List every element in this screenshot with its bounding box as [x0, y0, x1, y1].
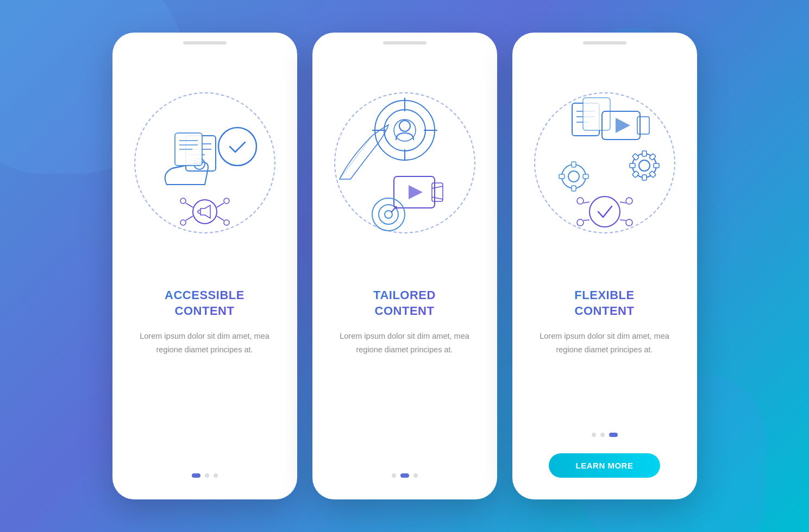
svg-point-63	[589, 197, 620, 227]
phone-notch-3	[583, 41, 626, 45]
svg-line-71	[620, 220, 626, 220]
svg-rect-51	[630, 163, 635, 168]
svg-point-48	[639, 160, 650, 171]
illustration-tailored	[312, 49, 497, 277]
dots-accessible	[192, 473, 218, 478]
svg-tailored	[323, 81, 486, 244]
svg-line-17	[186, 203, 193, 207]
svg-point-57	[562, 164, 586, 188]
dot-f2	[600, 433, 605, 437]
dot-1-active	[192, 473, 200, 478]
svg-point-11	[193, 200, 217, 224]
dot-2	[205, 473, 209, 478]
svg-point-14	[180, 220, 186, 225]
svg-point-65	[577, 219, 584, 226]
svg-rect-53	[632, 154, 639, 161]
phone-body-flexible: Lorem ipsum dolor sit dim amet, mea regi…	[530, 330, 680, 356]
dots-flexible	[592, 433, 618, 437]
phone-title-tailored: TAILORED CONTENT	[373, 288, 436, 319]
svg-accessible	[123, 81, 286, 244]
svg-point-10	[218, 128, 256, 166]
phone-body-accessible: Lorem ipsum dolor sit dim amet, mea regi…	[130, 330, 280, 356]
svg-point-34	[372, 198, 405, 231]
svg-point-67	[626, 219, 632, 226]
svg-marker-12	[200, 205, 210, 218]
svg-point-23	[394, 119, 416, 141]
svg-line-19	[217, 203, 224, 207]
svg-point-16	[224, 220, 229, 225]
dots-tailored	[392, 473, 418, 478]
svg-rect-50	[642, 175, 647, 180]
svg-rect-46	[637, 117, 649, 134]
svg-rect-43	[583, 98, 610, 130]
phone-accessible: ACCESSIBLE CONTENT Lorem ipsum dolor sit…	[112, 33, 297, 499]
dot-3	[214, 473, 218, 478]
svg-line-68	[584, 202, 589, 203]
phone-body-tailored: Lorem ipsum dolor sit dim amet, mea regi…	[330, 330, 480, 356]
svg-point-28	[399, 121, 410, 131]
phone-content-accessible: ACCESSIBLE CONTENT Lorem ipsum dolor sit…	[112, 277, 297, 499]
svg-marker-45	[616, 118, 630, 133]
svg-rect-62	[583, 174, 588, 179]
svg-rect-60	[572, 186, 576, 191]
svg-rect-55	[632, 171, 639, 178]
svg-flexible	[523, 81, 686, 244]
svg-rect-49	[642, 151, 647, 156]
dot-t3	[413, 473, 418, 478]
svg-rect-59	[572, 162, 576, 167]
svg-line-18	[186, 216, 193, 220]
dot-t2-active	[400, 473, 409, 478]
svg-point-64	[577, 198, 584, 204]
phone-tailored: TAILORED CONTENT Lorem ipsum dolor sit d…	[312, 33, 497, 499]
learn-more-button[interactable]: LEARN MORE	[549, 453, 661, 478]
svg-marker-30	[409, 185, 423, 199]
phone-title-flexible: FLEXIBLE CONTENT	[574, 288, 634, 319]
svg-point-13	[180, 198, 186, 204]
dot-t1	[392, 473, 396, 478]
phones-container: ACCESSIBLE CONTENT Lorem ipsum dolor sit…	[112, 33, 697, 499]
svg-line-32	[432, 186, 443, 188]
svg-line-33	[432, 197, 443, 199]
svg-point-22	[384, 110, 425, 151]
phone-flexible: FLEXIBLE CONTENT Lorem ipsum dolor sit d…	[512, 33, 697, 499]
illustration-accessible	[112, 49, 297, 277]
dot-f1	[592, 433, 596, 437]
illustration-flexible	[512, 49, 697, 277]
svg-line-70	[620, 202, 626, 203]
svg-rect-52	[654, 163, 659, 168]
phone-title-accessible: ACCESSIBLE CONTENT	[165, 288, 244, 319]
phone-content-tailored: TAILORED CONTENT Lorem ipsum dolor sit d…	[312, 277, 497, 499]
dot-f3-active	[609, 433, 618, 437]
phone-content-flexible: FLEXIBLE CONTENT Lorem ipsum dolor sit d…	[512, 277, 697, 499]
svg-line-69	[584, 220, 589, 220]
svg-point-15	[224, 198, 229, 204]
svg-line-20	[217, 216, 224, 220]
svg-rect-61	[559, 174, 565, 179]
svg-point-58	[568, 171, 579, 182]
svg-point-66	[626, 198, 632, 204]
phone-notch-1	[183, 41, 227, 45]
phone-notch-2	[383, 41, 427, 45]
